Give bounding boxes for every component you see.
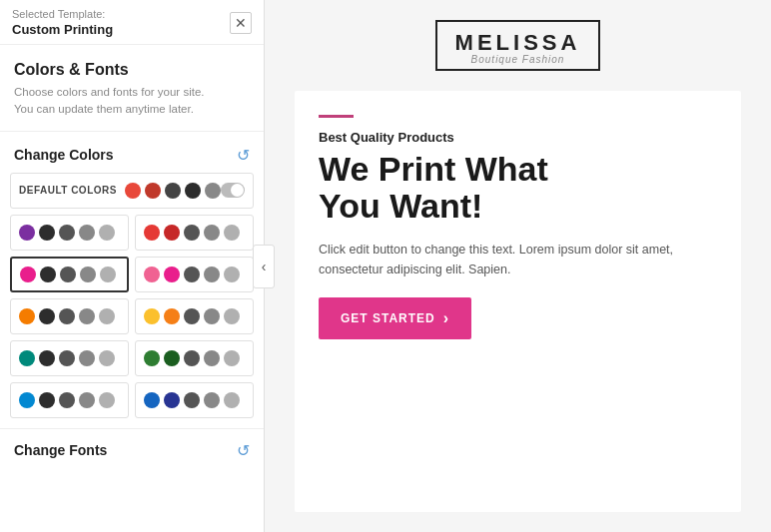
selected-template-bar: Selected Template: Custom Printing ✕ (0, 0, 264, 45)
refresh-icon[interactable]: ↺ (237, 146, 250, 165)
color-dot (224, 308, 240, 324)
color-dot (144, 266, 160, 282)
color-dot (144, 350, 160, 366)
color-dot (204, 308, 220, 324)
palette-grid (0, 215, 264, 428)
palette-teal[interactable] (10, 340, 129, 376)
cta-button[interactable]: GET STARTED › (319, 297, 471, 339)
right-panel: ‹ MELISSA Boutique Fashion Best Quality … (265, 0, 771, 532)
color-dot (165, 183, 181, 199)
default-palette-wrapper: DEFAULT COLORS (0, 173, 264, 215)
color-dots-green (144, 350, 240, 366)
color-dot (164, 225, 180, 241)
color-dot (79, 350, 95, 366)
color-dot (184, 225, 200, 241)
color-dot (99, 392, 115, 408)
change-colors-header: Change Colors ↺ (0, 134, 264, 173)
selected-template-info: Selected Template: Custom Printing (12, 8, 113, 38)
preview-area: MELISSA Boutique Fashion Best Quality Pr… (265, 0, 771, 532)
palette-yellow[interactable] (135, 298, 254, 334)
color-dots-red (144, 225, 240, 241)
default-label: DEFAULT COLORS (19, 185, 117, 196)
color-dot (80, 266, 96, 282)
color-dots-purple (19, 225, 115, 241)
color-dot (204, 225, 220, 241)
color-dot (99, 308, 115, 324)
divider-1 (0, 131, 264, 132)
color-dots-orange (19, 308, 115, 324)
color-dot (60, 266, 76, 282)
color-dots-teal (19, 350, 115, 366)
color-dot (144, 225, 160, 241)
color-dot (224, 392, 240, 408)
fonts-refresh-icon[interactable]: ↺ (237, 441, 250, 460)
color-dot (39, 308, 55, 324)
palette-orange[interactable] (10, 298, 129, 334)
color-dot (164, 392, 180, 408)
color-dot (205, 183, 221, 199)
color-dot (100, 266, 116, 282)
color-dots-yellow (144, 308, 240, 324)
collapse-panel-button[interactable]: ‹ (253, 245, 275, 288)
left-panel: Selected Template: Custom Printing ✕ Col… (0, 0, 265, 532)
toggle-switch[interactable] (221, 183, 245, 198)
color-dot (125, 183, 141, 199)
palette-pink-light[interactable] (135, 257, 254, 292)
color-dot (19, 350, 35, 366)
logo-area: MELISSA Boutique Fashion (295, 20, 741, 71)
color-dot (164, 266, 180, 282)
palette-blue[interactable] (135, 382, 254, 418)
color-dot (40, 266, 56, 282)
palette-pink[interactable] (10, 257, 129, 292)
color-dot (204, 350, 220, 366)
colors-fonts-title: Colors & Fonts (14, 61, 250, 79)
color-dots-cyan (19, 392, 115, 408)
color-dot (39, 392, 55, 408)
hero-section: Best Quality Products We Print WhatYou W… (295, 91, 741, 512)
color-dot (224, 266, 240, 282)
color-dot (79, 392, 95, 408)
change-fonts-header: Change Fonts ↺ (0, 428, 264, 468)
color-dot (99, 350, 115, 366)
default-color-dots (125, 183, 221, 199)
selected-template-label: Selected Template: (12, 8, 113, 20)
color-dot (224, 225, 240, 241)
color-dot (39, 350, 55, 366)
color-dot (99, 225, 115, 241)
palette-default[interactable]: DEFAULT COLORS (10, 173, 254, 209)
colors-fonts-section: Colors & Fonts Choose colors and fonts f… (0, 45, 264, 129)
color-dot (20, 266, 36, 282)
colors-fonts-desc: Choose colors and fonts for your site.Yo… (14, 84, 250, 119)
change-fonts-title: Change Fonts (14, 442, 107, 458)
change-colors-title: Change Colors (14, 147, 114, 163)
color-dot (19, 308, 35, 324)
selected-template-name: Custom Printing (12, 22, 113, 37)
color-dot (204, 266, 220, 282)
color-dots-blue (144, 392, 240, 408)
color-dot (184, 308, 200, 324)
color-dot (19, 225, 35, 241)
palette-purple[interactable] (10, 215, 129, 251)
color-dot (144, 308, 160, 324)
color-dot (184, 266, 200, 282)
logo-sub: Boutique Fashion (455, 54, 581, 65)
color-dot (79, 308, 95, 324)
palette-red-dark[interactable] (135, 215, 254, 251)
logo-main: MELISSA (455, 30, 581, 56)
palette-cyan[interactable] (10, 382, 129, 418)
color-dot (145, 183, 161, 199)
color-dot (184, 392, 200, 408)
color-dot (39, 225, 55, 241)
palette-green[interactable] (135, 340, 254, 376)
logo-box: MELISSA Boutique Fashion (435, 20, 601, 71)
color-dots-pink (20, 266, 116, 282)
color-dot (184, 350, 200, 366)
color-dot (19, 392, 35, 408)
color-dot (144, 392, 160, 408)
hero-subtitle: Best Quality Products (319, 130, 717, 145)
color-dot (59, 225, 75, 241)
close-button[interactable]: ✕ (230, 12, 252, 34)
color-dot (164, 308, 180, 324)
color-dot (59, 392, 75, 408)
color-dot (79, 225, 95, 241)
